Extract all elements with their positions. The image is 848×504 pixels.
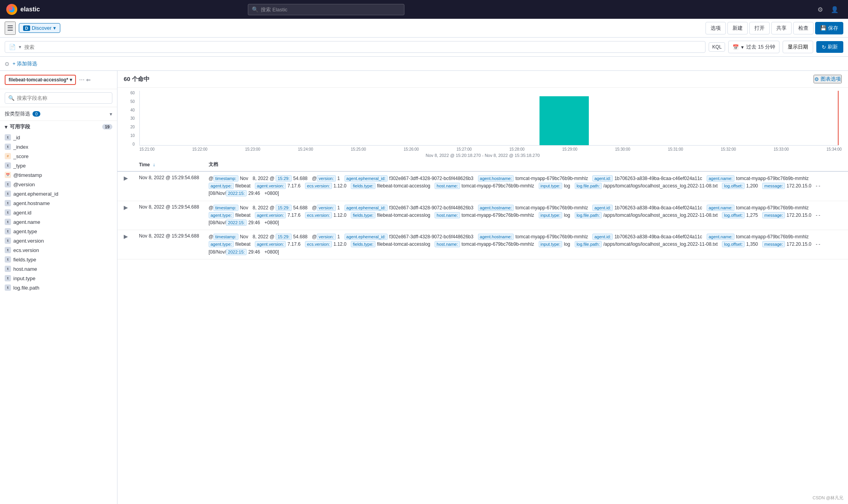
field-item[interactable]: t agent.id (0, 208, 117, 217)
dropdown-icon[interactable]: ▾ (19, 44, 21, 50)
field-key: agent.name: (707, 234, 734, 240)
available-fields-header[interactable]: ▾ 可用字段 19 (0, 121, 117, 133)
field-val: /apps/tomcat/logs/localhost_access_log.2… (603, 183, 719, 189)
add-filter-button[interactable]: + 添加筛选 (13, 60, 37, 67)
content-area: 60 个命中 ⚙ 图表选项 60 50 40 30 20 10 0 (117, 71, 848, 504)
field-val: Nov (240, 176, 250, 181)
search-input[interactable] (24, 44, 701, 50)
field-name: host.name (13, 266, 37, 272)
field-key: 2022:15: (226, 220, 247, 226)
field-item[interactable]: t host.name (0, 264, 117, 274)
refresh-button[interactable]: ↻ 刷新 (816, 41, 843, 53)
new-button[interactable]: 新建 (727, 22, 748, 34)
global-search-bar[interactable]: 🔍 (248, 4, 404, 15)
elastic-logo[interactable]: elastic (6, 4, 40, 15)
index-dropdown-icon: ▾ (70, 77, 72, 83)
expand-button[interactable]: ▶ (122, 233, 130, 239)
field-val: Nov (240, 234, 250, 239)
collapse-left-icon[interactable]: ⇐ (86, 77, 91, 83)
field-item[interactable]: # _score (0, 151, 117, 161)
save-button[interactable]: 💾 保存 (815, 22, 843, 34)
field-key: agent.type: (209, 241, 234, 247)
index-selector[interactable]: filebeat-tomcat-accesslog* ▾ (5, 75, 76, 85)
field-val: 29:46 (248, 249, 261, 255)
field-name: _id (13, 135, 20, 140)
discover-tab[interactable]: D Discover ▾ (19, 23, 60, 33)
field-key: message: (762, 183, 785, 189)
field-item[interactable]: t input.type (0, 274, 117, 283)
field-key: 15:29: (276, 234, 292, 240)
field-item[interactable]: 📅 @timestamp (0, 170, 117, 180)
field-item[interactable]: t _index (0, 142, 117, 151)
calendar-icon: 📅 (733, 44, 739, 50)
field-val: 1.12.0 (334, 241, 348, 247)
field-key: fields.type: (351, 241, 375, 247)
field-val: tomcat-myapp-679bc76b9b-mmhlz (736, 176, 808, 181)
bar-8 (539, 96, 589, 145)
field-type-badge: t (5, 191, 11, 197)
field-val: 172.20.15.0 (787, 183, 813, 189)
top-navigation: elastic 🔍 ⚙ 👤 (0, 0, 848, 19)
field-key: log.file.path: (575, 212, 602, 218)
field-val: filebeat (235, 212, 252, 218)
field-item[interactable]: t agent.type (0, 227, 117, 236)
filter-icon: ⊙ (5, 61, 9, 67)
section-collapse-icon: ▾ (5, 124, 7, 130)
field-key: log.file.path: (575, 241, 602, 247)
field-val: f302e867-3dff-4328-9072-bc6f448626b3 (389, 234, 475, 239)
collapse-icon[interactable]: ⋯ (79, 77, 85, 83)
expand-button[interactable]: ▶ (122, 175, 130, 181)
field-key: ecs.version: (305, 183, 332, 189)
kql-toggle[interactable]: KQL (709, 42, 725, 52)
date-dropdown-icon: ▾ (741, 44, 744, 50)
field-key: host.name: (435, 241, 460, 247)
field-search-input[interactable] (17, 95, 109, 101)
field-item[interactable]: t fields.type (0, 255, 117, 264)
field-name: ecs.version (13, 247, 39, 253)
field-key: message: (762, 241, 785, 247)
global-search-input[interactable] (248, 4, 404, 15)
field-item[interactable]: t log.file.path (0, 283, 117, 292)
field-key: version: (317, 175, 336, 182)
share-button[interactable]: 共享 (771, 22, 792, 34)
field-item[interactable]: t agent.hostname (0, 198, 117, 208)
field-item[interactable]: t agent.name (0, 217, 117, 227)
display-date-button[interactable]: 显示日期 (783, 41, 813, 53)
field-val: 1,275 (746, 212, 759, 218)
field-item[interactable]: t ecs.version (0, 245, 117, 255)
field-val: 1.12.0 (334, 183, 348, 189)
discover-dropdown-icon[interactable]: ▾ (53, 25, 56, 31)
search-input-wrap[interactable]: 📄 ▾ (5, 41, 705, 53)
field-search[interactable]: 🔍 (5, 92, 112, 104)
field-item[interactable]: t _type (0, 161, 117, 170)
field-val: 1b706263-a838-49ba-8caa-c46ef024a11c (614, 205, 704, 211)
elastic-logo-text: elastic (20, 6, 40, 13)
field-type-badge: t (5, 200, 11, 206)
hamburger-button[interactable]: ☰ (5, 22, 16, 35)
filter-type-chevron[interactable]: ▾ (110, 111, 112, 117)
open-button[interactable]: 打开 (749, 22, 770, 34)
field-val: /apps/tomcat/logs/localhost_access_log.2… (603, 212, 719, 218)
field-key: version: (317, 234, 336, 240)
field-item[interactable]: t agent.version (0, 236, 117, 245)
field-item[interactable]: t _id (0, 133, 117, 142)
field-item[interactable]: t @version (0, 180, 117, 189)
field-type-badge: t (5, 228, 11, 234)
field-val: 1 (337, 234, 341, 239)
field-val: filebeat-tomcat-accesslog (377, 183, 431, 189)
options-button[interactable]: 选项 (705, 22, 726, 34)
table-row: ▶ Nov 8, 2022 @ 15:29:54.688 @timestamp:… (117, 201, 848, 230)
field-key: fields.type: (351, 183, 375, 189)
expand-button[interactable]: ▶ (122, 204, 130, 211)
field-val: 54.688 (293, 205, 309, 211)
user-icon[interactable]: 👤 (828, 4, 842, 15)
chart-options-button[interactable]: ⚙ 图表选项 (814, 75, 842, 83)
inspect-button[interactable]: 检查 (793, 22, 814, 34)
time-col-header[interactable]: Time ↓ (134, 158, 204, 171)
time-label: Time (139, 162, 150, 167)
settings-icon[interactable]: ⚙ (814, 4, 826, 15)
field-item[interactable]: t agent.ephemeral_id (0, 189, 117, 198)
field-val: 29:46 (248, 191, 261, 196)
date-picker[interactable]: 📅 ▾ 过去 15 分钟 (728, 41, 779, 53)
elastic-logo-icon (6, 4, 17, 15)
